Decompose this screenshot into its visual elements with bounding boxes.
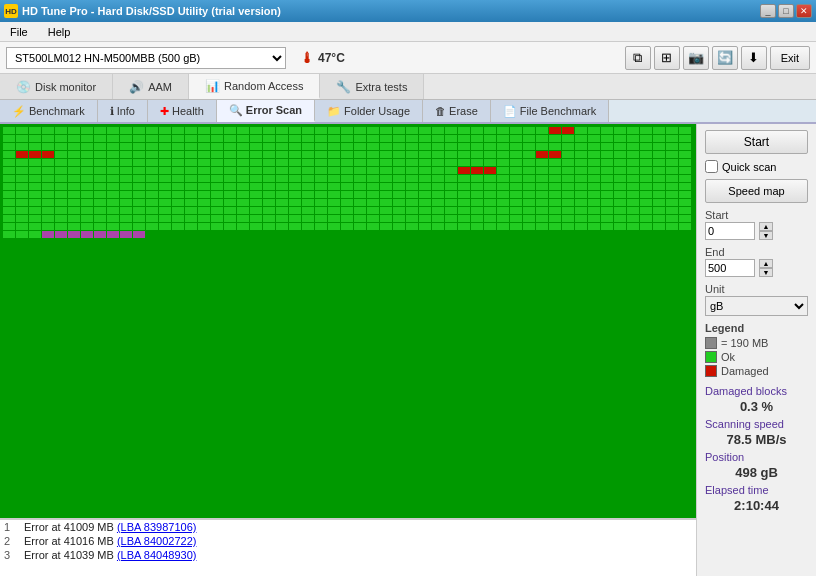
grid-cell: [406, 143, 418, 150]
grid-cell: [120, 159, 132, 166]
close-button[interactable]: ✕: [796, 4, 812, 18]
camera-icon[interactable]: 📷: [683, 46, 709, 70]
grid-cell: [614, 143, 626, 150]
copy-icon[interactable]: ⧉: [625, 46, 651, 70]
grid-cell: [302, 143, 314, 150]
grid-cell: [68, 223, 80, 230]
grid-cell: [380, 191, 392, 198]
maximize-button[interactable]: □: [778, 4, 794, 18]
tab-info[interactable]: ℹ Info: [98, 100, 148, 122]
start-button[interactable]: Start: [705, 130, 808, 154]
grid-cell: [289, 223, 301, 230]
grid-cell: [94, 167, 106, 174]
grid-cell: [159, 191, 171, 198]
grid-cell: [393, 199, 405, 206]
grid-cell: [120, 199, 132, 206]
start-spin-down[interactable]: ▼: [759, 231, 773, 240]
grid-cell: [42, 215, 54, 222]
legend-damaged-label: Damaged: [721, 365, 769, 377]
grid-cell: [289, 199, 301, 206]
end-spin-down[interactable]: ▼: [759, 268, 773, 277]
end-spin-up[interactable]: ▲: [759, 259, 773, 268]
legend-ok-label: Ok: [721, 351, 735, 363]
grid-cell: [29, 223, 41, 230]
tab-disk-monitor[interactable]: 💿 Disk monitor: [0, 74, 113, 99]
exit-button[interactable]: Exit: [770, 46, 810, 70]
unit-select[interactable]: gB MB LBA: [705, 296, 808, 316]
tab-folder-usage[interactable]: 📁 Folder Usage: [315, 100, 423, 122]
tab-benchmark[interactable]: ⚡ Benchmark: [0, 100, 98, 122]
grid-cell: [549, 199, 561, 206]
minimize-button[interactable]: _: [760, 4, 776, 18]
grid-cell: [120, 207, 132, 214]
menu-file[interactable]: File: [6, 24, 32, 40]
grid-cell: [263, 127, 275, 134]
grid-cell: [146, 175, 158, 182]
grid-cell: [627, 207, 639, 214]
grid-cell: [55, 223, 67, 230]
lba-link[interactable]: (LBA 84002722): [117, 535, 197, 547]
grid-cell: [627, 183, 639, 190]
grid-cell: [185, 191, 197, 198]
grid-cell: [432, 223, 444, 230]
grid-cell: [380, 199, 392, 206]
grid-cell: [432, 215, 444, 222]
grid-cell: [120, 167, 132, 174]
start-input[interactable]: [705, 222, 755, 240]
drive-select[interactable]: ST500LM012 HN-M500MBB (500 gB): [6, 47, 286, 69]
menu-help[interactable]: Help: [44, 24, 75, 40]
grid-cell: [367, 183, 379, 190]
grid-cell: [29, 199, 41, 206]
grid-cell: [666, 199, 678, 206]
grid-cell: [302, 127, 314, 134]
grid-cell: [341, 199, 353, 206]
quick-scan-checkbox[interactable]: [705, 160, 718, 173]
lba-link[interactable]: (LBA 83987106): [117, 521, 197, 533]
end-input[interactable]: [705, 259, 755, 277]
tab-aam[interactable]: 🔊 AAM: [113, 74, 189, 99]
refresh-icon[interactable]: 🔄: [712, 46, 738, 70]
tab-health[interactable]: ✚ Health: [148, 100, 217, 122]
grid-cell: [250, 127, 262, 134]
grid-cell: [68, 215, 80, 222]
grid-cell: [497, 167, 509, 174]
grid-cell: [627, 223, 639, 230]
grid-cell: [133, 215, 145, 222]
grid-cell: [393, 207, 405, 214]
tab-error-scan[interactable]: 🔍 Error Scan: [217, 100, 315, 122]
grid-cell: [588, 215, 600, 222]
lba-link[interactable]: (LBA 84048930): [117, 549, 197, 561]
grid-cell: [380, 215, 392, 222]
grid-cell: [250, 143, 262, 150]
tab-extra-tests[interactable]: 🔧 Extra tests: [320, 74, 424, 99]
tab-random-access[interactable]: 📊 Random Access: [189, 74, 320, 99]
grid-cell: [211, 143, 223, 150]
grid-cell: [614, 135, 626, 142]
grid-cell: [458, 215, 470, 222]
tab-erase[interactable]: 🗑 Erase: [423, 100, 491, 122]
grid-cell: [588, 207, 600, 214]
grid-cell: [497, 135, 509, 142]
quick-scan-label[interactable]: Quick scan: [722, 161, 776, 173]
speed-map-button[interactable]: Speed map: [705, 179, 808, 203]
start-spin-up[interactable]: ▲: [759, 222, 773, 231]
grid-icon[interactable]: ⊞: [654, 46, 680, 70]
grid-cell: [107, 151, 119, 158]
grid-cell: [653, 159, 665, 166]
error-log[interactable]: 1Error at 41009 MB (LBA 83987106)2Error …: [0, 518, 696, 576]
grid-cell: [16, 151, 28, 158]
grid-cell: [536, 191, 548, 198]
grid-cell: [367, 175, 379, 182]
grid-cell: [120, 191, 132, 198]
info-icon: ℹ: [110, 105, 114, 118]
grid-cell: [133, 175, 145, 182]
grid-cell: [588, 183, 600, 190]
grid-cell: [627, 215, 639, 222]
grid-cell: [419, 191, 431, 198]
grid-cell: [575, 143, 587, 150]
grid-cell: [185, 143, 197, 150]
tab-file-benchmark[interactable]: 📄 File Benchmark: [491, 100, 609, 122]
grid-cell: [653, 167, 665, 174]
grid-cell: [640, 215, 652, 222]
download-icon[interactable]: ⬇: [741, 46, 767, 70]
